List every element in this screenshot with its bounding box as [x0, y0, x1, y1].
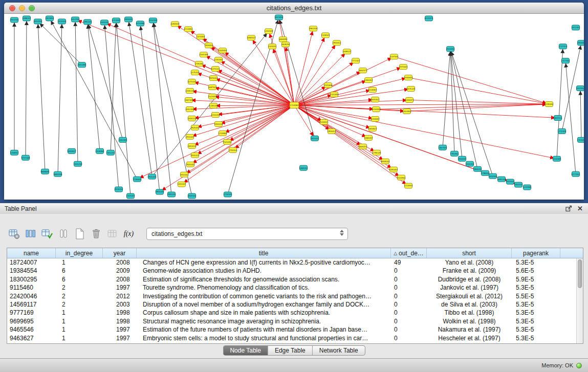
table-cell-out_degree[interactable]: 0: [391, 334, 427, 342]
graph-node[interactable]: 1915447: [186, 134, 194, 139]
graph-node[interactable]: 1938402: [577, 40, 584, 46]
graph-node[interactable]: 1915104: [148, 174, 157, 179]
graph-edge[interactable]: [565, 61, 576, 174]
table-cell-out_degree[interactable]: 0: [391, 317, 427, 325]
graph-edge[interactable]: [195, 105, 294, 156]
table-row[interactable]: 911546021997Tourette syndrome. Phenomeno…: [7, 283, 577, 292]
graph-node[interactable]: 1523408: [208, 94, 217, 99]
table-cell-title[interactable]: Genome-wide association studies in ADHD.: [137, 267, 391, 275]
graph-node[interactable]: 2187505: [390, 54, 399, 59]
graph-node[interactable]: 1865407: [364, 135, 373, 140]
graph-edge[interactable]: [189, 100, 294, 105]
graph-node[interactable]: 1860102: [299, 165, 308, 170]
table-cell-name[interactable]: 18724007: [7, 258, 56, 267]
close-window-button[interactable]: [9, 5, 15, 11]
graph-node[interactable]: 1853447: [178, 182, 186, 187]
graph-node[interactable]: 2126525: [321, 33, 330, 38]
graph-node[interactable]: 1710908: [219, 130, 227, 136]
graph-node[interactable]: 7925402: [191, 125, 200, 130]
graph-node[interactable]: 2450102: [514, 182, 523, 187]
table-cell-year[interactable]: 2008: [103, 275, 137, 283]
table-row[interactable]: 2242004622012Investigating the contribut…: [7, 292, 577, 300]
graph-node[interactable]: 1830205: [100, 20, 109, 25]
table-cell-in_degree[interactable]: 2: [56, 300, 103, 309]
graph-node[interactable]: 2016102: [115, 187, 123, 192]
table-scrollbar[interactable]: [576, 258, 583, 343]
graph-node[interactable]: 1603114: [554, 115, 562, 120]
graph-node[interactable]: 1601627: [371, 97, 380, 102]
table-cell-name[interactable]: 9115460: [7, 283, 56, 292]
table-cell-year[interactable]: 1997: [103, 325, 137, 334]
graph-node[interactable]: 1210365: [523, 185, 532, 190]
table-cell-in_degree[interactable]: 2: [56, 283, 103, 292]
graph-node[interactable]: 1697531: [208, 85, 217, 90]
row-height-icon[interactable]: [56, 227, 70, 240]
graph-node[interactable]: 1915302: [180, 172, 189, 177]
table-cell-name[interactable]: 14569117: [7, 300, 56, 309]
table-cell-in_degree[interactable]: 1: [56, 317, 103, 325]
table-row[interactable]: 1938455462009Genome-wide association stu…: [7, 267, 577, 275]
graph-node[interactable]: 1896107: [23, 16, 31, 21]
table-cell-pagerank[interactable]: 5.9E-5: [512, 275, 560, 283]
table-cell-out_degree[interactable]: 0: [391, 267, 427, 275]
table-cell-title[interactable]: Disruption of a novel member of a sodium…: [137, 300, 391, 309]
graph-node[interactable]: 1973403: [399, 64, 408, 70]
table-cell-out_degree[interactable]: 0: [391, 292, 427, 300]
graph-node[interactable]: 1772404: [558, 128, 567, 134]
network-view[interactable]: 1724068226084821148041474004185800221851…: [4, 14, 584, 200]
column-header-title[interactable]: title: [137, 248, 391, 258]
graph-node[interactable]: 3216067: [368, 87, 377, 93]
graph-edge[interactable]: [153, 20, 171, 194]
float-panel-icon[interactable]: [565, 205, 572, 212]
graph-node[interactable]: 2450102: [188, 193, 197, 199]
minimize-window-button[interactable]: [19, 5, 25, 11]
table-row[interactable]: 946554611997Estimation of the future num…: [7, 325, 577, 334]
table-cell-pagerank[interactable]: 5.3E-5: [512, 325, 560, 334]
graph-node[interactable]: 9465546: [54, 171, 62, 177]
column-header-in_degree[interactable]: in_degree: [56, 248, 103, 258]
import-table-icon[interactable]: [105, 227, 119, 240]
graph-node[interactable]: 6777022: [572, 171, 580, 177]
graph-node[interactable]: 2262065: [119, 137, 127, 142]
table-cell-pagerank[interactable]: 5.3E-5: [512, 334, 560, 342]
graph-node[interactable]: 1812304: [71, 17, 80, 22]
close-panel-icon[interactable]: ✕: [577, 205, 583, 212]
graph-edge[interactable]: [209, 46, 294, 105]
table-cell-out_degree[interactable]: 0: [391, 283, 427, 292]
table-cell-name[interactable]: 9777169: [7, 309, 56, 317]
column-header-pagerank[interactable]: pagerank: [512, 248, 560, 258]
graph-node[interactable]: 1961016: [309, 26, 318, 31]
graph-node[interactable]: 2051065: [78, 62, 86, 68]
table-cell-name[interactable]: 19384554: [7, 267, 56, 275]
graph-node[interactable]: 1853422: [506, 179, 515, 184]
graph-node[interactable]: 1703404: [577, 137, 584, 142]
table-mode-icon[interactable]: [7, 227, 21, 240]
graph-node[interactable]: 2051309: [186, 107, 194, 112]
graph-node[interactable]: 1985104: [167, 192, 176, 197]
graph-node[interactable]: 1750344: [229, 147, 237, 152]
graph-node[interactable]: 1785362: [195, 61, 204, 67]
graph-edge[interactable]: [294, 35, 325, 105]
graph-edge[interactable]: [75, 19, 78, 164]
table-cell-in_degree[interactable]: 1: [56, 334, 103, 342]
graph-edge[interactable]: [50, 18, 137, 179]
table-cell-in_degree[interactable]: 1: [56, 325, 103, 334]
delete-icon[interactable]: [89, 227, 103, 240]
network-table-select[interactable]: citations_edges.txt: [146, 228, 348, 240]
graph-node[interactable]: 1855077: [405, 98, 414, 103]
graph-edge[interactable]: [294, 105, 558, 118]
graph-node[interactable]: 9463627: [68, 148, 76, 154]
graph-node[interactable]: 1214842: [404, 183, 413, 188]
graph-node[interactable]: 1727413: [559, 44, 568, 49]
show-columns-icon[interactable]: [24, 227, 37, 240]
graph-edge[interactable]: [294, 67, 403, 105]
table-cell-year[interactable]: 2009: [103, 267, 137, 275]
graph-node[interactable]: 7204027: [320, 119, 329, 124]
graph-edge[interactable]: [409, 100, 549, 104]
graph-node[interactable]: 1410104: [58, 19, 67, 24]
graph-edge[interactable]: [286, 45, 294, 105]
table-cell-title[interactable]: Tourette syndrome. Phenomenology and cla…: [137, 283, 391, 292]
graph-node[interactable]: 2185169: [200, 52, 208, 57]
graph-node[interactable]: 1955812: [333, 40, 341, 46]
graph-node[interactable]: 1604627: [368, 126, 377, 131]
